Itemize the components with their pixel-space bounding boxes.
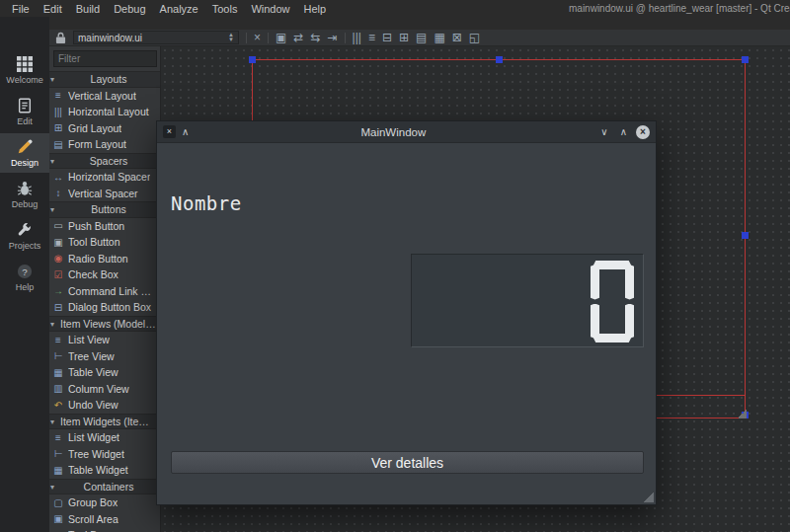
- widget-item-radio-button[interactable]: ◉ Radio Button: [49, 251, 160, 267]
- document-selector[interactable]: mainwindow.ui ▲▼: [73, 31, 239, 44]
- widget-category-spacers[interactable]: ▾ Spacers: [49, 153, 160, 170]
- ver-detalles-button[interactable]: Ver detalles: [171, 451, 644, 474]
- lock-icon[interactable]: [55, 32, 66, 44]
- widget-item-label: Vertical Layout: [68, 90, 136, 102]
- layout-splitter-vertical-icon[interactable]: ⊞: [399, 31, 409, 45]
- widget-item-label: Scroll Area: [68, 513, 118, 525]
- widget-item-grid-layout[interactable]: ⊞ Grid Layout: [49, 120, 160, 137]
- widget-category-item-widgets[interactable]: ▾ Item Widgets (Item-Based): [49, 414, 160, 430]
- layout-horizontally-icon[interactable]: |||: [353, 31, 361, 45]
- form-size-grip[interactable]: [737, 409, 747, 418]
- widget-item-scroll-area[interactable]: ▣ Scroll Area: [49, 511, 160, 528]
- menu-build[interactable]: Build: [69, 2, 107, 16]
- form-preview-window[interactable]: × ∧ MainWindow ∨ ∧ × Nombre Ver detalles: [156, 120, 657, 505]
- unshade-button-icon[interactable]: ∧: [617, 126, 630, 137]
- widget-item-label: Check Box: [68, 268, 118, 280]
- vertical-layout-icon: ≡: [52, 90, 64, 101]
- break-layout-icon[interactable]: ⊠: [452, 31, 462, 45]
- preview-titlebar[interactable]: × ∧ MainWindow ∨ ∧ ×: [157, 121, 656, 143]
- widget-item-horizontal-spacer[interactable]: ↔ Horizontal Spacer: [49, 169, 160, 186]
- mode-welcome[interactable]: Welcome: [0, 50, 49, 90]
- widget-item-table-widget[interactable]: ▦ Table Widget: [49, 462, 160, 479]
- selection-handle-top-center[interactable]: [496, 56, 503, 63]
- widget-item-label: Radio Button: [68, 253, 128, 265]
- widget-item-label: Tool Button: [68, 236, 120, 248]
- widget-item-label: List Widget: [68, 431, 119, 443]
- widget-item-group-box[interactable]: ▢ Group Box: [49, 494, 160, 511]
- layout-vertically-icon[interactable]: ≡: [368, 31, 375, 45]
- layout-form-icon[interactable]: ▤: [416, 31, 427, 45]
- widget-category-buttons[interactable]: ▾ Buttons: [49, 201, 160, 218]
- lcd-segment: [625, 265, 634, 300]
- widget-item-label: Command Link Button: [68, 285, 157, 297]
- edit-widgets-icon[interactable]: ▣: [276, 31, 286, 45]
- mode-projects[interactable]: Projects: [0, 216, 49, 256]
- menu-edit[interactable]: Edit: [37, 2, 69, 16]
- widget-item-tree-widget[interactable]: ⊢ Tree Widget: [49, 446, 160, 463]
- close-button-icon[interactable]: ×: [636, 125, 650, 139]
- horizontal-spacer-icon: ↔: [52, 172, 64, 183]
- selection-handle-top-right[interactable]: [742, 56, 749, 63]
- widget-item-vertical-spacer[interactable]: ↕ Vertical Spacer: [49, 186, 160, 202]
- widget-category-layouts[interactable]: ▾ Layouts: [49, 71, 160, 88]
- mode-edit[interactable]: Edit: [0, 92, 49, 131]
- menu-file[interactable]: File: [5, 2, 37, 16]
- toolbar-separator: [268, 33, 269, 43]
- widget-item-vertical-layout[interactable]: ≡ Vertical Layout: [49, 88, 160, 105]
- pin-icon[interactable]: ∧: [182, 127, 189, 137]
- mode-help[interactable]: ? Help: [0, 258, 49, 297]
- layout-grid-icon[interactable]: ▦: [434, 31, 444, 45]
- widget-item-undo-view[interactable]: ↶ Undo View: [49, 397, 160, 414]
- spinner-arrows-icon[interactable]: ▲▼: [228, 33, 234, 42]
- widget-item-table-view[interactable]: ▦ Table View: [49, 364, 160, 381]
- adjust-size-icon[interactable]: ◱: [469, 31, 480, 45]
- shade-button-icon[interactable]: ∨: [597, 126, 610, 137]
- lcd-number-display[interactable]: [411, 254, 644, 347]
- widget-item-command-link-button[interactable]: → Command Link Button: [49, 283, 160, 300]
- widget-item-list-widget[interactable]: ≡ List Widget: [49, 429, 160, 446]
- menu-analyze[interactable]: Analyze: [153, 2, 205, 16]
- radio-button-icon: ◉: [52, 253, 64, 264]
- widget-filter-input[interactable]: [53, 50, 157, 67]
- widget-item-form-layout[interactable]: ▤ Form Layout: [49, 136, 160, 153]
- widget-item-tool-button[interactable]: ▣ Tool Button: [49, 234, 160, 251]
- widget-item-label: Vertical Spacer: [68, 188, 138, 199]
- menu-help[interactable]: Help: [297, 2, 334, 16]
- table-view-icon: ▦: [52, 367, 64, 378]
- edit-signals-slots-icon[interactable]: ⇄: [293, 31, 303, 45]
- edit-buddies-icon[interactable]: ⇆: [310, 31, 320, 45]
- collapse-arrow-icon: ▾: [50, 202, 54, 217]
- menu-debug[interactable]: Debug: [107, 2, 152, 16]
- column-view-icon: ▥: [52, 383, 64, 394]
- widget-item-label: Column View: [68, 383, 129, 395]
- widget-category-containers[interactable]: ▾ Containers: [49, 479, 160, 495]
- preview-resize-grip[interactable]: [643, 492, 654, 502]
- widget-item-push-button[interactable]: ▭ Push Button: [49, 218, 160, 235]
- widget-item-label: Group Box: [68, 496, 118, 508]
- widget-item-horizontal-layout[interactable]: ||| Horizontal Layout: [49, 104, 160, 120]
- scroll-area-icon: ▣: [52, 513, 64, 524]
- mode-debug[interactable]: Debug: [0, 175, 49, 214]
- tree-view-icon: ⊢: [52, 350, 64, 361]
- projects-wrench-icon: [17, 221, 33, 239]
- list-widget-icon: ≡: [52, 432, 64, 443]
- tool-button-icon: ▣: [52, 237, 64, 248]
- widget-item-column-view[interactable]: ▥ Column View: [49, 381, 160, 398]
- selection-handle-top-left[interactable]: [249, 56, 256, 63]
- selection-handle-middle-right[interactable]: [742, 232, 749, 239]
- close-document-icon[interactable]: ×: [254, 31, 261, 45]
- widget-item-tool-box[interactable]: ▤ Tool Box: [49, 527, 160, 532]
- widget-item-check-box[interactable]: ☑ Check Box: [49, 266, 160, 283]
- mode-design[interactable]: Design: [0, 133, 49, 173]
- edit-tab-order-icon[interactable]: ⇥: [327, 31, 337, 45]
- widget-category-item-views[interactable]: ▾ Item Views (Model-Based): [49, 316, 160, 333]
- mode-label: Help: [16, 282, 35, 292]
- menu-tools[interactable]: Tools: [205, 2, 245, 16]
- menu-window[interactable]: Window: [244, 2, 296, 16]
- layout-splitter-horizontal-icon[interactable]: ⊟: [382, 31, 392, 45]
- widget-item-dialog-button-box[interactable]: ⊟ Dialog Button Box: [49, 299, 160, 316]
- widget-item-list-view[interactable]: ≡ List View: [49, 332, 160, 348]
- designer-toolbar: mainwindow.ui ▲▼ × ▣ ⇄ ⇆ ⇥ ||| ≡ ⊟ ⊞ ▤ ▦…: [49, 30, 790, 46]
- widget-item-tree-view[interactable]: ⊢ Tree View: [49, 348, 160, 365]
- widget-item-label: Tree Widget: [68, 448, 124, 460]
